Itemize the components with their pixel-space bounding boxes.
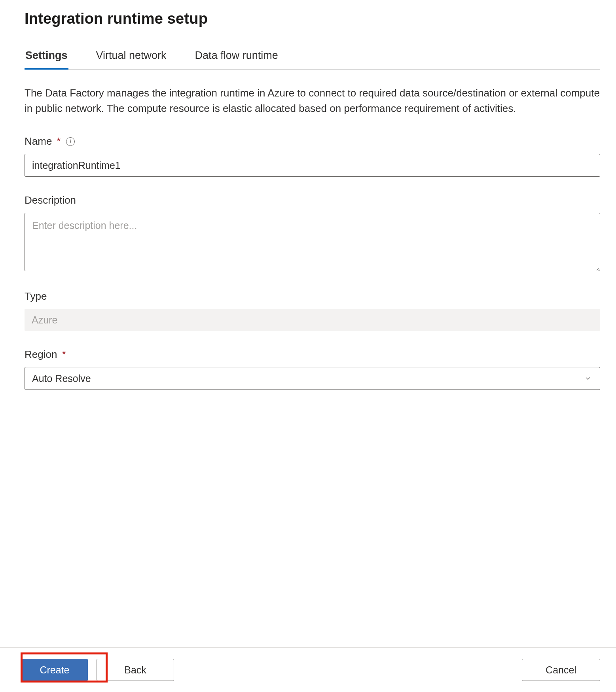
cancel-button[interactable]: Cancel [522, 659, 600, 681]
region-select[interactable]: Auto Resolve [25, 367, 600, 390]
tab-data-flow-runtime[interactable]: Data flow runtime [194, 49, 279, 70]
footer-left: Create Back [21, 659, 174, 681]
chevron-down-icon [584, 374, 592, 382]
description-label: Description [25, 194, 600, 206]
tab-virtual-network[interactable]: Virtual network [95, 49, 167, 70]
description-input[interactable] [25, 213, 600, 271]
footer: Create Back Cancel [0, 647, 616, 692]
info-icon[interactable]: i [66, 137, 75, 146]
name-label-text: Name [25, 135, 52, 147]
name-label: Name * i [25, 135, 600, 147]
tab-bar: Settings Virtual network Data flow runti… [25, 49, 600, 70]
intro-text: The Data Factory manages the integration… [25, 85, 600, 116]
type-label: Type [25, 290, 600, 303]
region-label-text: Region [25, 348, 57, 361]
region-label: Region * [25, 348, 600, 361]
type-readonly-field: Azure [25, 309, 600, 331]
required-marker: * [57, 135, 61, 147]
field-group-region: Region * Auto Resolve [25, 348, 600, 390]
type-label-text: Type [25, 290, 47, 303]
back-button[interactable]: Back [97, 659, 174, 681]
field-group-name: Name * i [25, 135, 600, 177]
region-selected-value: Auto Resolve [32, 373, 91, 384]
field-group-type: Type Azure [25, 290, 600, 331]
create-button[interactable]: Create [21, 659, 88, 681]
name-input[interactable] [25, 154, 600, 177]
tab-settings[interactable]: Settings [25, 49, 68, 70]
description-label-text: Description [25, 194, 76, 206]
required-marker: * [62, 348, 66, 361]
field-group-description: Description [25, 194, 600, 273]
page-title: Integration runtime setup [25, 10, 600, 27]
